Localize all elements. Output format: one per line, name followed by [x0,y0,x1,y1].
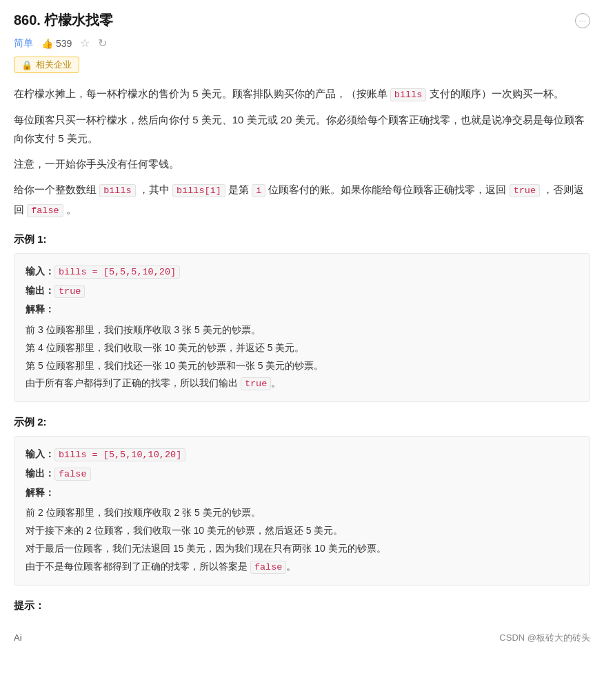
example2-explanation: 前 2 位顾客那里，我们按顺序收取 2 张 5 美元的钞票。 对于接下来的 2 … [26,504,578,577]
example1-line1: 前 3 位顾客那里，我们按顺序收取 3 张 5 美元的钞票。 [26,321,578,339]
ai-label: Ai [14,632,22,643]
example1-input: 输入：bills = [5,5,5,10,20] [26,262,578,281]
bills-code-2: bills [99,184,136,197]
example1-explain-title: 解释： [26,303,54,314]
star-icon[interactable]: ☆ [80,37,90,50]
para3: 注意，一开始你手头没有任何零钱。 [14,154,590,173]
footer-row: Ai CSDN @板砖大的砖头 [14,626,590,644]
problem-description: 在柠檬水摊上，每一杯柠檬水的售价为 5 美元。顾客排队购买你的产品，（按账单 b… [14,84,590,219]
bills-code-1: bills [390,88,427,101]
ellipsis-button[interactable]: ··· [575,13,590,28]
i-code: i [252,184,265,197]
false-code: false [27,204,63,217]
meta-row: 简单 👍 539 ☆ ↻ [14,37,590,50]
para1: 在柠檬水摊上，每一杯柠檬水的售价为 5 美元。顾客排队购买你的产品，（按账单 b… [14,84,590,103]
example2-output-label: 输出： [26,468,54,479]
example1-line4: 由于所有客户都得到了正确的找零，所以我们输出 true。 [26,374,578,393]
like-button[interactable]: 👍 539 [41,38,72,49]
title-row: 860. 柠檬水找零 ··· [14,11,590,30]
thumb-up-icon: 👍 [41,38,53,49]
example2-title: 示例 2: [14,416,590,429]
example2-output: 输出：false [26,464,578,483]
like-count: 539 [56,38,72,49]
para4: 给你一个整数数组 bills ，其中 bills[i] 是第 i 位顾客付的账。… [14,180,590,219]
example1-box: 输入：bills = [5,5,5,10,20] 输出：true 解释： 前 3… [14,253,590,403]
false-inline: false [250,561,287,574]
example2-explain-label: 解释： [26,483,578,502]
example1-line3: 第 5 位顾客那里，我们找还一张 10 美元的钞票和一张 5 美元的钞票。 [26,357,578,375]
example1-output: 输出：true [26,281,578,301]
example2-input-code: bills = [5,5,10,10,20] [54,448,185,461]
difficulty-link[interactable]: 简单 [14,37,33,50]
example2-explain-title: 解释： [26,487,54,498]
example2-line1: 前 2 位顾客那里，我们按顺序收取 2 张 5 美元的钞票。 [26,504,578,522]
refresh-icon[interactable]: ↻ [98,37,107,50]
example2-output-code: false [54,468,91,481]
example1-output-code: true [54,285,85,298]
watermark: CSDN @板砖大的砖头 [499,632,590,644]
para2: 每位顾客只买一杯柠檬水，然后向你付 5 美元、10 美元或 20 美元。你必须给… [14,110,590,148]
bills-i-code: bills[i] [172,184,225,197]
example1-line2: 第 4 位顾客那里，我们收取一张 10 美元的钞票，并返还 5 美元。 [26,339,578,357]
true-inline: true [241,377,271,390]
page-title: 860. 柠檬水找零 [14,11,113,30]
example1-title: 示例 1: [14,233,590,246]
example2-box: 输入：bills = [5,5,10,10,20] 输出：false 解释： 前… [14,436,590,586]
example1-output-label: 输出： [26,285,54,296]
related-companies-tag[interactable]: 🔒 相关企业 [14,57,79,73]
hint-title: 提示： [14,599,590,612]
example2-line4: 由于不是每位顾客都得到了正确的找零，所以答案是 false。 [26,558,578,577]
true-code: true [510,184,540,197]
example1-input-code: bills = [5,5,5,10,20] [54,266,180,279]
ai-badge: Ai [14,632,22,643]
example2-line3: 对于最后一位顾客，我们无法退回 15 美元，因为我们现在只有两张 10 美元的钞… [26,540,578,558]
tag-label: 相关企业 [36,59,72,71]
example1-explanation: 前 3 位顾客那里，我们按顺序收取 3 张 5 美元的钞票。 第 4 位顾客那里… [26,321,578,394]
example1-input-label: 输入： [26,266,54,277]
example1-explain-label: 解释： [26,300,578,319]
example2-line2: 对于接下来的 2 位顾客，我们收取一张 10 美元的钞票，然后返还 5 美元。 [26,522,578,540]
lock-icon: 🔒 [21,60,32,70]
example2-input: 输入：bills = [5,5,10,10,20] [26,445,578,464]
example2-input-label: 输入： [26,448,54,459]
